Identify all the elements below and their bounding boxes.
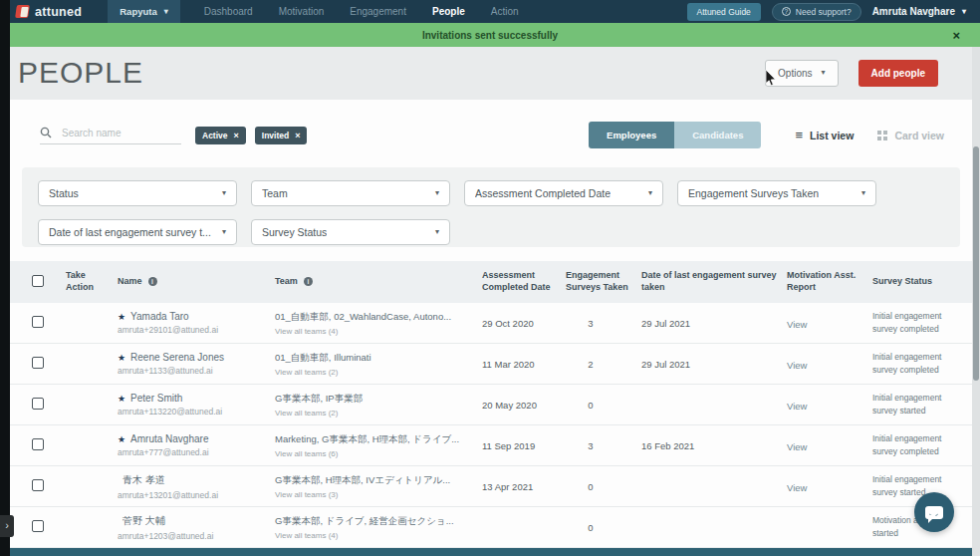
chip-close-icon[interactable]: × (234, 131, 239, 140)
filter-chip[interactable]: Active × (195, 127, 246, 144)
row-checkbox[interactable] (32, 398, 44, 410)
row-checkbox[interactable] (32, 438, 44, 450)
filter-dropdown[interactable]: Team ▾ (251, 180, 450, 206)
nav-item[interactable]: People (432, 6, 465, 17)
person-name-link[interactable]: 青木 孝道 (122, 473, 165, 487)
list-view-button[interactable]: ≡ List view (795, 129, 854, 141)
org-dropdown-label: Rapyuta (120, 6, 156, 17)
favorite-star-icon: ★ (118, 434, 125, 444)
tab-candidates[interactable]: Candidates (674, 122, 761, 148)
view-report-link[interactable]: View (787, 482, 807, 493)
team-list: Marketing, G事業本部, H理本部, ドライブ... (275, 433, 482, 446)
person-name-link[interactable]: Amruta Navghare (130, 433, 208, 444)
view-all-teams-link[interactable]: View all teams (6) (275, 449, 482, 458)
nav-item[interactable]: Motivation (279, 6, 325, 17)
view-report-link[interactable]: View (787, 441, 807, 452)
info-icon[interactable]: i (148, 277, 157, 286)
table-row: ★ Amruta Navghare amruta+777@attuned.ai … (10, 425, 972, 466)
row-checkbox[interactable] (32, 479, 44, 491)
collapsed-sidebar (0, 0, 10, 556)
nav-item[interactable]: Action (491, 6, 519, 17)
person-email: amruta+29101@attuned.ai (118, 325, 275, 335)
need-support-button[interactable]: ? Need support? (772, 3, 861, 21)
bottom-bar (10, 548, 972, 556)
person-name-link[interactable]: Peter Smith (130, 393, 182, 404)
survey-status: Initial engagement survey completed (872, 351, 972, 377)
filter-dropdown[interactable]: Assessment Completed Date ▾ (464, 180, 663, 206)
scrollbar-thumb[interactable] (973, 146, 979, 381)
header-motivation-report: Motivation Asst. Report (787, 270, 872, 293)
view-all-teams-link[interactable]: View all teams (2) (275, 368, 482, 377)
add-people-button[interactable]: Add people (858, 60, 938, 87)
page-title: PEOPLE (18, 56, 143, 90)
filter-dropdown[interactable]: Survey Status ▾ (251, 219, 450, 245)
surveys-taken-count: 0 (566, 481, 641, 492)
filter-dropdown[interactable]: Date of last engagement survey t... ▾ (38, 219, 237, 245)
header-last-survey-date: Date of last engagement survey taken (641, 270, 787, 293)
search-input[interactable] (60, 127, 171, 139)
row-checkbox[interactable] (32, 520, 44, 532)
survey-status: Initial engagement survey completed (872, 310, 972, 336)
nav-item[interactable]: Dashboard (204, 6, 253, 17)
card-view-button[interactable]: Card view (877, 130, 944, 141)
select-all-checkbox[interactable] (32, 275, 44, 287)
team-list: G事業本部, IP事業部 (275, 393, 482, 406)
row-checkbox[interactable] (32, 357, 44, 369)
view-report-link[interactable]: View (787, 360, 807, 371)
surveys-taken-count: 0 (566, 400, 641, 411)
person-name-link[interactable]: 菅野 大輔 (122, 514, 165, 528)
chat-bubble-icon (925, 506, 943, 519)
chevron-down-icon: ▾ (222, 228, 226, 236)
filter-label: Engagement Surveys Taken (688, 187, 819, 199)
table-header-row: Take Action Namei Teami Assessment Compl… (10, 261, 972, 303)
org-dropdown[interactable]: Rapyuta ▾ (108, 0, 180, 23)
header-take-action: Take Action (66, 270, 118, 293)
tab-employees[interactable]: Employees (589, 122, 674, 148)
sidebar-expand-button[interactable]: › (0, 515, 14, 537)
view-all-teams-link[interactable]: View all teams (4) (275, 531, 482, 540)
view-report-link[interactable]: View (787, 319, 807, 330)
filter-label: Status (49, 187, 79, 199)
team-list: G事業本部, H理本部, IVエディトリアル... (275, 474, 482, 487)
view-all-teams-link[interactable]: View all teams (4) (275, 327, 482, 336)
row-checkbox[interactable] (32, 316, 44, 328)
table-row: ★ Yamada Taro amruta+29101@attuned.ai 01… (10, 303, 972, 344)
table-row: 青木 孝道 amruta+13201@attuned.ai G事業本部, H理本… (10, 466, 972, 507)
chevron-down-icon: ▾ (861, 189, 865, 197)
chip-close-icon[interactable]: × (295, 131, 300, 140)
assessment-date: 11 Sep 2019 (482, 440, 566, 451)
view-all-teams-link[interactable]: View all teams (3) (275, 490, 482, 499)
team-list: 01_自動車部, Illuminati (275, 352, 482, 365)
filter-dropdown[interactable]: Engagement Surveys Taken ▾ (677, 180, 876, 206)
header-name: Namei (118, 276, 275, 288)
people-card: Active × Invited × Employees Candidates … (10, 100, 972, 556)
brand-name: attuned (35, 5, 82, 19)
filter-chip[interactable]: Invited × (255, 127, 308, 144)
person-name-link[interactable]: Reene Serena Jones (130, 352, 224, 363)
chevron-down-icon: ▾ (222, 189, 226, 197)
need-support-label: Need support? (796, 7, 852, 17)
assessment-date: 11 Mar 2020 (482, 359, 566, 370)
view-all-teams-link[interactable]: View all teams (2) (275, 409, 482, 417)
chat-widget-button[interactable] (914, 492, 954, 532)
scrollbar-track[interactable] (972, 47, 980, 556)
people-table: Take Action Namei Teami Assessment Compl… (10, 261, 972, 556)
filter-label: Assessment Completed Date (475, 187, 611, 199)
nav-item[interactable]: Engagement (350, 6, 406, 17)
user-menu[interactable]: Amruta Navghare ▾ (872, 6, 966, 17)
filter-dropdown[interactable]: Status ▾ (38, 180, 237, 206)
table-row: 菅野 大輔 amruta+1203@attuned.ai G事業本部, ドライブ… (10, 507, 972, 548)
person-name-link[interactable]: Yamada Taro (130, 311, 189, 322)
chevron-down-icon: ▾ (164, 8, 168, 16)
last-survey-date: 16 Feb 2021 (641, 440, 787, 451)
attuned-guide-button[interactable]: Attuned Guide (687, 3, 761, 21)
mouse-cursor (765, 70, 777, 88)
close-icon[interactable]: × (952, 28, 960, 43)
table-body: ★ Yamada Taro amruta+29101@attuned.ai 01… (10, 303, 972, 548)
header-actions: Options ▾ Add people (765, 60, 938, 87)
chip-label: Active (202, 131, 228, 140)
chevron-down-icon: ▾ (648, 189, 652, 197)
options-label: Options (778, 68, 812, 79)
info-icon[interactable]: i (304, 277, 313, 286)
view-report-link[interactable]: View (787, 401, 807, 412)
